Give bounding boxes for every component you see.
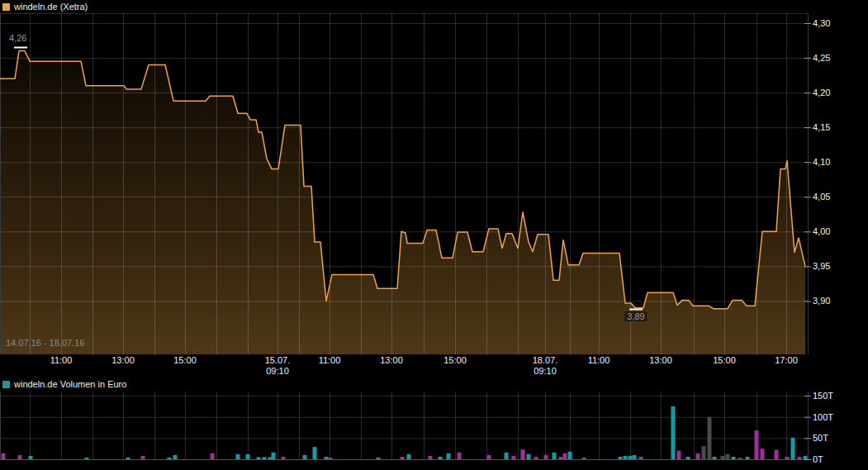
volume-axis-label: 50T bbox=[813, 433, 828, 443]
price-axis-label: 4,25 bbox=[813, 53, 830, 63]
price-axis-label: 4,10 bbox=[813, 157, 830, 167]
volume-legend: windeln.de Volumen in Euro bbox=[2, 379, 126, 390]
volume-axis-label: 150T bbox=[813, 391, 833, 401]
volume-bar bbox=[761, 449, 765, 459]
volume-bar bbox=[325, 457, 329, 459]
volume-bar bbox=[721, 456, 725, 459]
chart-canvas: 4,304,254,204,154,104,054,003,953,90150T… bbox=[0, 0, 868, 470]
volume-bar bbox=[639, 457, 643, 459]
stock-chart-window: 4,304,254,204,154,104,054,003,953,90150T… bbox=[0, 0, 868, 470]
time-axis-label: 11:00 bbox=[588, 355, 610, 365]
volume-bar bbox=[211, 453, 215, 459]
volume-bar bbox=[791, 438, 795, 459]
volume-bar bbox=[458, 453, 462, 459]
price-legend: windeln.de (Xetra) bbox=[2, 2, 88, 12]
volume-bar bbox=[619, 457, 623, 459]
volume-bar bbox=[702, 446, 706, 459]
price-axis-label: 4,15 bbox=[813, 122, 830, 132]
volume-bar bbox=[329, 458, 333, 459]
volume-bar bbox=[272, 453, 276, 459]
volume-bar bbox=[738, 458, 742, 459]
price-axis-label: 4,05 bbox=[813, 192, 830, 202]
volume-bar bbox=[746, 457, 750, 459]
volume-bar bbox=[377, 458, 381, 459]
time-axis-label: 11:00 bbox=[50, 355, 73, 365]
volume-bar bbox=[527, 454, 531, 459]
price-axis-label: 3,90 bbox=[813, 296, 830, 306]
time-axis-label: 18.07. bbox=[533, 355, 558, 365]
volume-bar bbox=[671, 406, 676, 459]
time-axis-label: 15:00 bbox=[173, 355, 197, 365]
volume-bar bbox=[534, 457, 538, 459]
volume-bar bbox=[544, 455, 548, 459]
volume-bar bbox=[732, 457, 736, 459]
volume-bar bbox=[633, 455, 637, 459]
volume-bar bbox=[173, 455, 178, 459]
volume-bar bbox=[686, 457, 690, 459]
volume-bar bbox=[429, 456, 433, 459]
low-price-marker-label: 3,89 bbox=[624, 311, 647, 321]
volume-bar bbox=[282, 457, 286, 459]
volume-bar bbox=[263, 457, 267, 459]
volume-bar bbox=[563, 453, 567, 459]
volume-bar bbox=[512, 456, 516, 459]
volume-bar bbox=[804, 456, 808, 459]
volume-bars bbox=[2, 406, 808, 459]
volume-bar bbox=[708, 417, 712, 459]
time-axis-label: 15.07. bbox=[265, 355, 291, 365]
volume-bar bbox=[521, 449, 525, 459]
volume-bar bbox=[246, 454, 250, 459]
time-axis-label: 17:00 bbox=[775, 355, 798, 365]
time-axis-label: 09:10 bbox=[266, 366, 289, 376]
volume-bar bbox=[713, 457, 717, 459]
time-axis-label: 09:10 bbox=[534, 366, 557, 376]
volume-bar bbox=[559, 457, 563, 459]
date-range-label: 14.07.16 - 18.07.16 bbox=[6, 338, 84, 348]
volume-bar bbox=[313, 447, 317, 459]
volume-bar bbox=[696, 453, 700, 459]
volume-bar bbox=[447, 453, 451, 459]
volume-bar bbox=[2, 453, 6, 459]
volume-bar bbox=[755, 430, 759, 459]
price-legend-label: windeln.de (Xetra) bbox=[14, 2, 88, 12]
volume-series-swatch bbox=[2, 381, 10, 388]
time-axis-label: 15:00 bbox=[443, 355, 467, 365]
time-axis-label: 15:00 bbox=[713, 355, 736, 365]
price-axis-label: 3,95 bbox=[813, 261, 830, 271]
volume-bar bbox=[628, 456, 633, 459]
volume-bar bbox=[487, 455, 491, 459]
time-axis-label: 13:00 bbox=[111, 355, 135, 365]
volume-bar bbox=[582, 458, 586, 459]
volume-bar bbox=[726, 454, 730, 459]
volume-bar bbox=[505, 453, 509, 459]
price-area-fill bbox=[0, 51, 805, 354]
volume-axis-label: 100T bbox=[813, 412, 833, 422]
volume-bar bbox=[798, 457, 802, 459]
volume-bar bbox=[553, 453, 557, 459]
volume-bar bbox=[85, 458, 89, 459]
time-axis-label: 13:00 bbox=[380, 355, 403, 365]
volume-bar bbox=[257, 457, 261, 459]
volume-bar bbox=[141, 456, 145, 459]
price-series-swatch bbox=[2, 3, 10, 11]
volume-bar bbox=[303, 455, 307, 459]
volume-bar bbox=[439, 457, 443, 459]
volume-bar bbox=[168, 458, 172, 459]
volume-bar bbox=[568, 452, 572, 459]
volume-bar bbox=[126, 458, 130, 459]
volume-bar bbox=[775, 450, 779, 459]
price-axis-label: 4,20 bbox=[813, 88, 830, 97]
high-price-marker-label: 4,26 bbox=[9, 33, 26, 43]
volume-bar bbox=[401, 457, 405, 459]
volume-bar bbox=[624, 456, 628, 459]
time-axis-label: 11:00 bbox=[319, 355, 341, 365]
volume-bar bbox=[29, 456, 33, 459]
volume-bar bbox=[236, 454, 240, 459]
volume-axis-label: 0T bbox=[813, 454, 823, 464]
volume-legend-label: windeln.de Volumen in Euro bbox=[14, 379, 126, 390]
volume-bar bbox=[407, 454, 411, 459]
volume-bar bbox=[785, 457, 790, 459]
volume-bar bbox=[677, 451, 681, 459]
price-axis-label: 4,00 bbox=[813, 226, 830, 236]
volume-bar bbox=[18, 455, 22, 459]
